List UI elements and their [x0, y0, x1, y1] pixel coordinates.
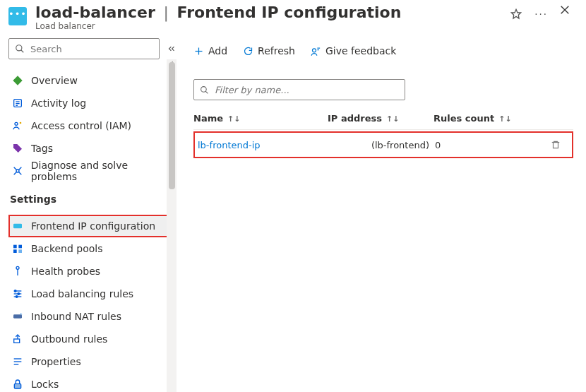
sort-icon: ↑↓ — [227, 114, 240, 124]
sidebar-item-inbound-nat[interactable]: Inbound NAT rules — [8, 305, 177, 328]
svg-rect-18 — [13, 249, 17, 253]
sidebar-item-activity-log[interactable]: Activity log — [8, 92, 177, 114]
resource-name: load-balancer — [35, 4, 155, 21]
row-rules-count: 0 — [435, 140, 520, 150]
sidebar-item-health-probes[interactable]: Health probes — [8, 260, 177, 283]
sidebar-item-label: Properties — [31, 356, 81, 367]
svg-point-27 — [16, 296, 18, 298]
sort-icon: ↑↓ — [386, 114, 399, 124]
command-bar: Add Refresh Give feedback — [193, 40, 573, 62]
ellipsis-icon: ··· — [534, 9, 548, 20]
lb-rules-icon — [11, 287, 24, 300]
sidebar-scrollbar-thumb[interactable] — [169, 62, 175, 189]
svg-rect-28 — [13, 314, 22, 318]
search-icon — [200, 85, 209, 95]
page-title: load-balancer | Frontend IP configuratio… — [35, 3, 501, 23]
main-content: Add Refresh Give feedback Nam — [177, 31, 586, 391]
sidebar-item-label: Health probes — [31, 266, 100, 277]
sidebar-item-locks[interactable]: Locks — [8, 373, 177, 392]
sidebar-item-label: Locks — [31, 379, 59, 390]
tags-icon — [11, 142, 24, 155]
inbound-nat-icon — [11, 310, 24, 323]
sidebar-item-tags[interactable]: Tags — [8, 137, 177, 160]
blade-header: load-balancer | Frontend IP configuratio… — [0, 0, 586, 31]
refresh-button[interactable]: Refresh — [243, 45, 295, 57]
svg-rect-16 — [13, 245, 17, 249]
sidebar-item-label: Inbound NAT rules — [31, 311, 121, 322]
delete-row-button[interactable] — [551, 140, 572, 150]
sidebar-item-label: Overview — [31, 75, 78, 86]
svg-rect-17 — [18, 245, 22, 249]
close-button[interactable] — [558, 3, 572, 17]
svg-point-11 — [20, 122, 22, 124]
close-icon — [559, 4, 570, 16]
locks-icon — [11, 378, 24, 391]
trash-icon — [551, 140, 561, 150]
refresh-icon — [243, 46, 253, 57]
svg-rect-35 — [14, 384, 20, 388]
pin-button[interactable] — [509, 7, 523, 21]
sidebar-item-label: Outbound rules — [31, 333, 107, 345]
svg-point-39 — [201, 86, 207, 92]
sidebar-item-diagnose[interactable]: Diagnose and solve problems — [8, 160, 177, 182]
frontend-ip-icon — [11, 220, 24, 232]
sidebar-item-label: Access control (IAM) — [31, 120, 131, 131]
svg-point-10 — [15, 122, 18, 125]
svg-rect-15 — [13, 224, 22, 229]
sidebar-search-input[interactable] — [29, 43, 153, 55]
svg-marker-29 — [20, 313, 23, 315]
sidebar-item-lb-rules[interactable]: Load balancing rules — [8, 283, 177, 305]
feedback-label: Give feedback — [325, 45, 396, 57]
chevron-double-left-icon — [167, 44, 177, 54]
sidebar-item-label: Backend pools — [31, 243, 103, 254]
sidebar-item-label: Activity log — [31, 97, 86, 109]
svg-point-3 — [16, 45, 22, 51]
filter-box[interactable] — [193, 79, 405, 100]
sidebar-item-label: Frontend IP configuration — [31, 220, 155, 232]
sidebar-item-outbound-rules[interactable]: Outbound rules — [8, 328, 177, 350]
star-icon — [510, 8, 522, 20]
more-button[interactable]: ··· — [533, 7, 549, 21]
sidebar-item-label: Tags — [31, 143, 53, 154]
outbound-rules-icon — [11, 333, 24, 345]
filter-input[interactable] — [213, 84, 399, 96]
sidebar-item-overview[interactable]: Overview — [8, 69, 177, 92]
add-label: Add — [208, 45, 227, 57]
sidebar-item-label: Load balancing rules — [31, 288, 133, 299]
svg-point-14 — [16, 170, 19, 172]
sidebar-search[interactable] — [8, 38, 160, 59]
health-probes-icon — [11, 265, 24, 278]
add-button[interactable]: Add — [193, 45, 227, 57]
sidebar-item-label: Diagnose and solve problems — [31, 160, 175, 182]
table-row[interactable]: lb-frontend-ip (lb-frontend) 0 — [193, 131, 573, 158]
sidebar: Overview Activity log Access control (IA… — [0, 31, 177, 391]
svg-rect-19 — [18, 249, 22, 253]
sidebar-item-backend-pools[interactable]: Backend pools — [8, 237, 177, 260]
row-name-link[interactable]: lb-frontend-ip — [195, 140, 329, 150]
search-icon — [15, 44, 25, 54]
nav-settings: Frontend IP configuration Backend pools … — [8, 215, 177, 392]
backend-pools-icon — [11, 242, 24, 255]
svg-rect-30 — [14, 339, 20, 343]
sidebar-item-access-control[interactable]: Access control (IAM) — [8, 114, 177, 137]
svg-point-26 — [18, 293, 20, 295]
activity-log-icon — [11, 97, 24, 109]
frontend-ip-grid: Name↑↓ IP address↑↓ Rules count↑↓ lb-fro… — [193, 107, 573, 158]
collapse-sidebar-button[interactable] — [167, 44, 177, 54]
sidebar-group-settings: Settings — [10, 194, 177, 205]
sidebar-item-properties[interactable]: Properties — [8, 350, 177, 373]
properties-icon — [11, 355, 24, 368]
refresh-label: Refresh — [258, 45, 295, 57]
svg-line-4 — [21, 50, 24, 53]
column-header-ip[interactable]: IP address↑↓ — [328, 113, 433, 124]
column-header-name[interactable]: Name↑↓ — [193, 113, 328, 124]
svg-point-38 — [312, 48, 316, 52]
svg-line-40 — [205, 91, 208, 93]
diagnose-icon — [11, 165, 24, 177]
feedback-icon — [311, 46, 321, 57]
row-ip: (lb-frontend) — [329, 140, 435, 150]
feedback-button[interactable]: Give feedback — [311, 45, 396, 57]
sidebar-item-frontend-ip[interactable]: Frontend IP configuration — [8, 215, 177, 237]
svg-point-20 — [16, 266, 19, 269]
column-header-rules[interactable]: Rules count↑↓ — [433, 113, 518, 124]
